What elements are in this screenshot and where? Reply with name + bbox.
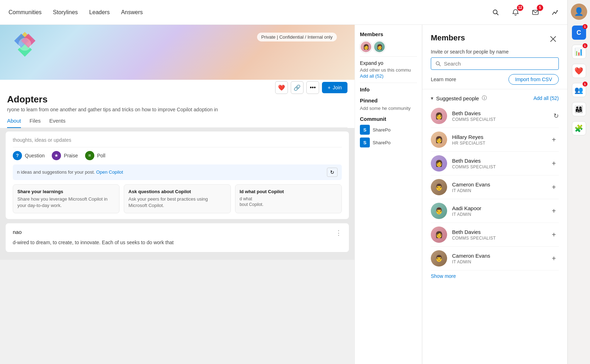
member-name: Cameron Evans xyxy=(452,181,544,187)
nav-answers[interactable]: Answers xyxy=(121,9,143,16)
member-name: Beth Davies xyxy=(452,229,544,235)
panel-close-button[interactable] xyxy=(547,33,559,45)
nav-leaders[interactable]: Leaders xyxy=(89,9,110,16)
community-logo xyxy=(11,30,43,62)
banner-badge: Private | Confidential / Internal only xyxy=(257,33,337,41)
puzzle-app-icon[interactable]: 🧩 xyxy=(570,120,588,137)
member-name: Hillary Reyes xyxy=(452,134,544,140)
community-tabs: About Files Events xyxy=(7,118,347,128)
question-type[interactable]: ? Question xyxy=(13,151,45,160)
member-item: 👩 Beth Davies COMMS SPECIALIST + xyxy=(431,223,559,247)
nav-storylines[interactable]: Storylines xyxy=(53,9,78,16)
praise-label: Praise xyxy=(64,153,78,158)
add-member-button[interactable]: + xyxy=(549,253,559,263)
suggestion-title: Ask questions about Copilot xyxy=(128,189,226,194)
add-member-button[interactable]: + xyxy=(549,206,559,216)
post-item: nao ⋮ d-wired to dream, to create, to in… xyxy=(6,223,349,252)
tab-about[interactable]: About xyxy=(7,118,21,128)
member-item: 👩 Beth Davies COMMS SPECIALIST + xyxy=(431,152,559,175)
search-input[interactable] xyxy=(444,61,554,67)
info-label: Info xyxy=(360,86,417,93)
member-name: Cameron Evans xyxy=(452,253,544,259)
community-item: S SharePo xyxy=(360,125,417,135)
user-avatar[interactable]: 👤 xyxy=(571,4,587,20)
question-label: Question xyxy=(25,153,45,158)
copilot-app-icon[interactable]: C 1 xyxy=(570,24,588,41)
heart-app-icon[interactable]: ❤️ xyxy=(570,62,588,79)
refresh-button[interactable]: ↻ xyxy=(327,168,338,177)
messages-badge: 5 xyxy=(537,5,543,11)
post-types: ? Question ★ Praise ≡ Poll xyxy=(13,151,342,160)
community-name: SharePo xyxy=(373,140,391,145)
add-member-button[interactable]: + xyxy=(549,135,559,145)
collapse-icon[interactable]: ▾ xyxy=(431,95,433,101)
main-content: Private | Confidential / Internal only ❤… xyxy=(0,25,355,364)
info-sidebar: Members 👩 👩 Expand yo Add other us this … xyxy=(355,25,422,364)
member-role: IT ADMIN xyxy=(452,188,544,193)
member-avatar: 👩 xyxy=(360,41,372,53)
add-all-link[interactable]: Add all (52) xyxy=(360,73,383,79)
add-member-button[interactable]: + xyxy=(549,230,559,240)
member-avatar: 👩 xyxy=(373,41,385,53)
nav-communities[interactable]: Communities xyxy=(9,9,41,16)
tab-events[interactable]: Events xyxy=(49,118,66,127)
praise-icon: ★ xyxy=(52,151,61,160)
loading-indicator: ↻ xyxy=(553,112,559,120)
add-all-button[interactable]: Add all (52) xyxy=(533,95,559,101)
messages-button[interactable]: 5 xyxy=(529,6,542,19)
member-item: 👩 Beth Davies COMMS SPECIALIST ↻ xyxy=(431,104,559,128)
member-info: Beth Davies COMMS SPECIALIST xyxy=(452,158,544,169)
post-create-card: thoughts, ideas or updates ? Question ★ … xyxy=(6,131,349,219)
member-item: 👨 Cameron Evans IT ADMIN + xyxy=(431,175,559,199)
praise-type[interactable]: ★ Praise xyxy=(52,151,78,160)
member-info: Cameron Evans IT ADMIN xyxy=(452,181,544,193)
more-button[interactable]: ••• xyxy=(306,81,319,94)
suggestion-cards: Share your learnings Share how you lever… xyxy=(13,184,342,213)
suggested-label: Suggested people xyxy=(436,95,479,101)
member-avatar: 👨 xyxy=(431,203,447,219)
info-icon[interactable]: ⓘ xyxy=(482,95,487,101)
poll-label: Poll xyxy=(97,153,105,158)
search-button[interactable] xyxy=(489,6,502,19)
member-name: Beth Davies xyxy=(452,158,544,164)
member-role: IT ADMIN xyxy=(452,259,544,264)
member-item: 👨 Cameron Evans IT ADMIN + xyxy=(431,247,559,270)
community-name: SharePo xyxy=(373,127,391,133)
chart-app-icon[interactable]: 📊 1 xyxy=(570,43,588,60)
community-icon: S xyxy=(360,125,370,135)
poll-icon: ≡ xyxy=(85,151,94,160)
join-button[interactable]: +Join xyxy=(322,82,347,93)
show-more-link[interactable]: Show more xyxy=(431,270,559,282)
open-copilot-link[interactable]: Open Copilot xyxy=(96,169,123,175)
add-member-button[interactable]: + xyxy=(549,182,559,192)
copilot-idea-label: Id what pout Copilot xyxy=(240,189,337,194)
member-role: COMMS SPECIALIST xyxy=(452,164,544,169)
post-menu-button[interactable]: ⋮ xyxy=(335,229,342,237)
suggestion-title: Share your learnings xyxy=(17,189,115,194)
heart-button[interactable]: ❤️ xyxy=(275,81,288,94)
tab-files[interactable]: Files xyxy=(29,118,41,127)
people-app-icon[interactable]: 👥 1 xyxy=(570,82,588,99)
notifications-badge: 12 xyxy=(517,5,523,11)
add-member-button[interactable]: + xyxy=(549,158,559,168)
community-description: ryone to learn from one another and gath… xyxy=(7,106,347,113)
member-list: 👩 Beth Davies COMMS SPECIALIST ↻ 👩 Hilla… xyxy=(422,104,567,364)
search-box[interactable] xyxy=(431,57,559,70)
community-banner: Private | Confidential / Internal only xyxy=(0,25,355,80)
import-csv-button[interactable]: Import from CSV xyxy=(508,74,559,85)
communities-label: Communit xyxy=(360,116,417,122)
member-info: Beth Davies COMMS SPECIALIST xyxy=(452,110,549,122)
poll-type[interactable]: ≡ Poll xyxy=(85,151,105,160)
panel-divider xyxy=(422,89,567,89)
feed-area: thoughts, ideas or updates ? Question ★ … xyxy=(0,128,355,260)
svg-line-1 xyxy=(497,13,499,15)
community-icon: S xyxy=(360,138,370,147)
analytics-button[interactable] xyxy=(549,6,562,19)
link-button[interactable]: 🔗 xyxy=(291,81,304,94)
group-app-icon[interactable]: 👨‍👩‍👧 xyxy=(570,101,588,118)
member-info: Beth Davies COMMS SPECIALIST xyxy=(452,229,544,241)
expand-desc: Add other us this commu xyxy=(360,67,417,73)
notifications-button[interactable]: 12 xyxy=(509,6,522,19)
suggestion-card-2: Ask questions about Copilot Ask your pee… xyxy=(124,184,230,213)
post-prompt: thoughts, ideas or updates xyxy=(13,137,342,147)
